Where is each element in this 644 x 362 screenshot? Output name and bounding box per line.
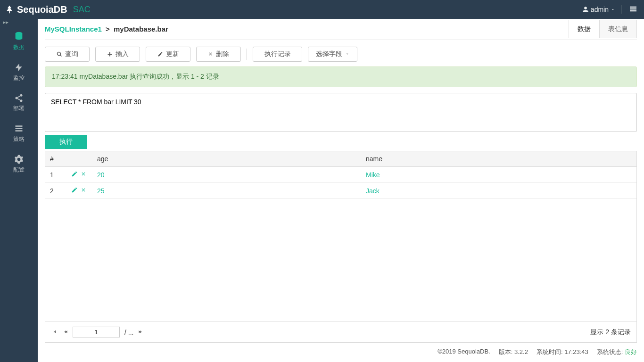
- sql-input[interactable]: [45, 93, 637, 132]
- header-divider: [621, 5, 621, 14]
- list-icon: [14, 124, 24, 133]
- edit-icon: [157, 51, 163, 57]
- svg-rect-8: [16, 128, 23, 129]
- chevron-right-double-icon: ▸▸: [3, 19, 8, 25]
- pagination: / ... 显示 2 条记录: [45, 321, 636, 342]
- pager-first-button[interactable]: [51, 329, 58, 336]
- pager-prev-button[interactable]: [62, 329, 68, 336]
- svg-point-5: [16, 97, 18, 99]
- footer-status: 系统状态: 良好: [597, 348, 637, 356]
- plus-icon: [107, 51, 113, 57]
- cell-age[interactable]: 20: [97, 171, 105, 179]
- history-button[interactable]: 执行记录: [253, 47, 302, 62]
- database-icon: [14, 31, 24, 41]
- svg-rect-1: [630, 8, 636, 9]
- close-icon: [81, 171, 86, 177]
- update-button[interactable]: 更新: [146, 47, 190, 62]
- footer: ©2019 SequoiaDB. 版本: 3.2.2 系统时间: 17:23:4…: [45, 343, 637, 362]
- sidebar-item-data[interactable]: 数据: [0, 25, 38, 57]
- search-icon: [57, 51, 62, 57]
- delete-row-button[interactable]: [81, 171, 86, 179]
- execute-button[interactable]: 执行: [45, 135, 87, 149]
- query-button[interactable]: 查询: [45, 47, 90, 62]
- toolbar-separator: [247, 49, 247, 60]
- cell-name[interactable]: Jack: [366, 187, 380, 195]
- pager-summary: 显示 2 条记录: [590, 328, 631, 337]
- svg-rect-13: [107, 54, 112, 55]
- user-name: admin: [591, 6, 609, 13]
- first-page-icon: [51, 329, 58, 335]
- page-total: / ...: [124, 329, 133, 336]
- sidebar-item-config[interactable]: 配置: [0, 149, 38, 180]
- svg-point-4: [20, 94, 23, 97]
- gears-icon: [14, 155, 24, 164]
- close-icon: [81, 187, 86, 193]
- col-index-header: #: [45, 151, 66, 167]
- svg-rect-0: [630, 6, 636, 7]
- svg-rect-2: [630, 10, 636, 11]
- sidebar-expand-toggle[interactable]: ▸▸: [0, 19, 38, 25]
- delete-button[interactable]: 删除: [196, 47, 241, 62]
- col-age-header: age: [92, 151, 361, 167]
- caret-down-icon: [611, 7, 615, 12]
- breadcrumb: MySQLInstance1 > myDatabase.bar: [45, 25, 168, 33]
- result-table: # age name 1: [45, 151, 636, 321]
- edit-icon: [71, 187, 78, 193]
- bolt-icon: [14, 63, 24, 72]
- user-icon: [582, 6, 589, 13]
- sidebar-item-monitor[interactable]: 监控: [0, 57, 38, 88]
- sidebar-item-deploy[interactable]: 部署: [0, 88, 38, 118]
- svg-point-10: [57, 52, 60, 55]
- edit-icon: [71, 171, 78, 177]
- status-message: 17:23:41 myDatabase.bar 执行查询成功，显示 1 - 2 …: [45, 66, 637, 87]
- sidebar-label: 部署: [13, 105, 25, 113]
- caret-down-icon: [345, 52, 349, 56]
- close-icon: [208, 51, 213, 57]
- prev-page-icon: [62, 329, 68, 335]
- breadcrumb-sep: >: [106, 25, 110, 33]
- svg-point-6: [20, 99, 23, 102]
- footer-version: 版本: 3.2.2: [499, 348, 528, 356]
- tree-icon: [5, 5, 14, 14]
- breadcrumb-table: myDatabase.bar: [114, 25, 168, 33]
- brand-text: SequoiaDB: [17, 4, 67, 15]
- footer-time: 系统时间: 17:23:43: [537, 348, 588, 356]
- tab-data[interactable]: 数据: [569, 20, 599, 39]
- col-name-header: name: [361, 151, 636, 167]
- menu-button[interactable]: [627, 4, 639, 16]
- toolbar: 查询 插入 更新 删除 执行记录 选择字段: [45, 40, 637, 66]
- footer-copyright: ©2019 SequoiaDB.: [438, 348, 490, 356]
- select-fields-button[interactable]: 选择字段: [308, 47, 357, 62]
- next-page-icon: [138, 329, 144, 335]
- svg-rect-7: [16, 125, 23, 127]
- cell-index: 2: [45, 183, 66, 199]
- menu-icon: [629, 6, 637, 12]
- sidebar-item-strategy[interactable]: 策略: [0, 118, 38, 149]
- table-empty-space: [45, 199, 636, 321]
- brand-logo: SequoiaDB SAC: [5, 4, 91, 15]
- edit-row-button[interactable]: [71, 171, 78, 179]
- edit-row-button[interactable]: [71, 187, 78, 195]
- breadcrumb-instance[interactable]: MySQLInstance1: [45, 25, 102, 33]
- svg-rect-9: [16, 130, 23, 132]
- sidebar-label: 监控: [13, 74, 25, 82]
- page-input[interactable]: [73, 327, 120, 337]
- sidebar-label: 配置: [13, 166, 25, 174]
- delete-row-button[interactable]: [81, 187, 86, 195]
- cell-name[interactable]: Mike: [366, 171, 380, 179]
- cell-index: 1: [45, 167, 66, 183]
- col-actions-header: [66, 151, 92, 167]
- insert-button[interactable]: 插入: [95, 47, 140, 62]
- cell-age[interactable]: 25: [97, 187, 105, 195]
- table-row: 1 20 Mike: [45, 167, 636, 183]
- sidebar-label: 数据: [13, 43, 25, 51]
- app-header: SequoiaDB SAC admin: [0, 0, 644, 19]
- sidebar-label: 策略: [13, 135, 25, 143]
- svg-line-11: [60, 55, 61, 56]
- tab-schema[interactable]: 表信息: [599, 20, 636, 38]
- brand-sac: SAC: [73, 5, 91, 15]
- pager-next-button[interactable]: [138, 329, 144, 336]
- table-row: 2 25 Jack: [45, 183, 636, 199]
- user-menu[interactable]: admin: [582, 6, 615, 13]
- result-table-container: # age name 1: [45, 151, 637, 343]
